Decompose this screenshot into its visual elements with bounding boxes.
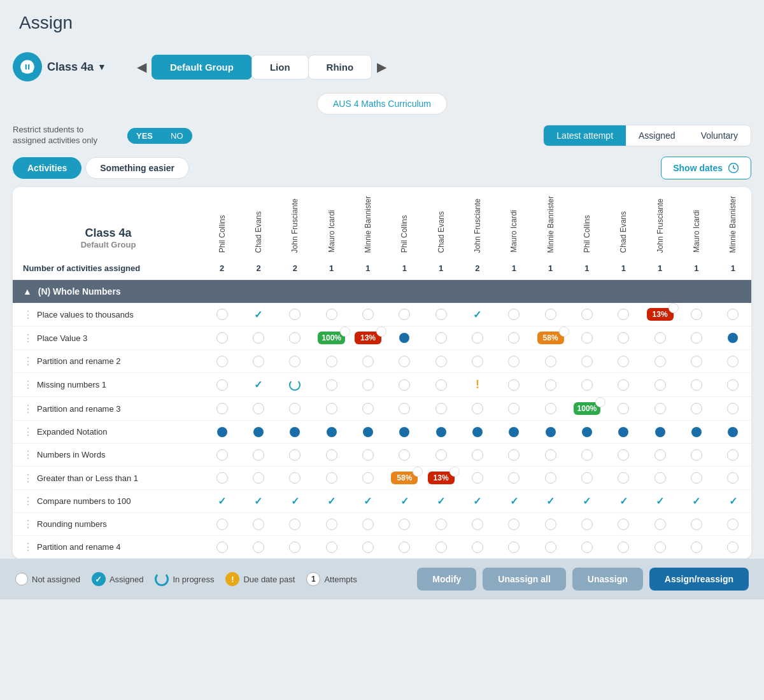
cell-not-assigned[interactable] [581,542,593,553]
cell-not-assigned[interactable] [618,472,629,484]
cell-not-assigned[interactable] [362,472,374,484]
cell-not-assigned[interactable] [727,309,739,320]
cell-not-assigned[interactable] [654,542,666,553]
cell-assigned-dot[interactable] [290,427,300,437]
tab-activities[interactable]: Activities [13,157,81,179]
cell-not-assigned[interactable] [362,542,374,553]
cell-not-assigned[interactable] [435,403,447,414]
cell-not-assigned[interactable] [435,542,447,553]
cell-progress-orange2[interactable]: 58%5 [391,472,418,484]
cell-not-assigned[interactable] [691,309,702,320]
cell-not-assigned[interactable] [472,449,483,461]
activity-menu-icon[interactable]: ⋮ [23,518,33,530]
cell-not-assigned[interactable] [399,542,410,553]
cell-assigned[interactable]: ✓ [583,495,591,507]
cell-not-assigned[interactable] [691,332,702,344]
cell-not-assigned[interactable] [691,403,702,414]
cell-not-assigned[interactable] [654,519,666,530]
tab-voluntary[interactable]: Voluntary [688,125,751,146]
cell-assigned[interactable]: ✓ [400,495,409,507]
cell-not-assigned[interactable] [472,542,483,553]
show-dates-button[interactable]: Show dates [661,157,751,179]
cell-not-assigned[interactable] [289,542,301,553]
activity-menu-icon[interactable]: ⋮ [23,355,33,367]
cell-not-assigned[interactable] [326,403,337,414]
cell-not-assigned[interactable] [581,449,593,461]
cell-not-assigned[interactable] [326,472,337,484]
cell-in-progress[interactable] [289,379,301,391]
cell-not-assigned[interactable] [399,379,410,391]
cell-not-assigned[interactable] [727,356,739,367]
cell-not-assigned[interactable] [618,332,629,344]
cell-assigned[interactable]: ✓ [327,495,336,507]
cell-not-assigned[interactable] [289,309,301,320]
cell-not-assigned[interactable] [581,356,593,367]
cell-not-assigned[interactable] [654,332,666,344]
assign-button[interactable]: Assign/reassign [649,568,749,591]
cell-not-assigned[interactable] [435,519,447,530]
cell-not-assigned[interactable] [326,356,337,367]
cell-not-assigned[interactable] [216,332,228,344]
tab-latest-attempt[interactable]: Latest attempt [544,125,626,146]
cell-not-assigned[interactable] [435,332,447,344]
cell-not-assigned[interactable] [326,542,337,553]
cell-not-assigned[interactable] [472,332,483,344]
cell-not-assigned[interactable] [253,472,264,484]
cell-not-assigned[interactable] [399,403,410,414]
cell-assigned-dot[interactable] [363,427,373,437]
cell-assigned[interactable]: ✓ [656,495,664,507]
cell-assigned[interactable]: ✓ [291,495,299,507]
cell-not-assigned[interactable] [545,403,556,414]
cell-not-assigned[interactable] [326,379,337,391]
cell-not-assigned[interactable] [508,309,520,320]
cell-not-assigned[interactable] [581,519,593,530]
cell-assigned-dot[interactable] [546,427,556,437]
class-selector[interactable]: Class 4a ▼ [47,60,106,74]
activity-menu-icon[interactable]: ⋮ [23,332,33,344]
activity-menu-icon[interactable]: ⋮ [23,426,33,438]
cell-not-assigned[interactable] [435,379,447,391]
cell-assigned[interactable]: ✓ [546,495,555,507]
cell-not-assigned[interactable] [618,519,629,530]
cell-assigned-dot[interactable] [253,427,264,437]
activity-menu-icon[interactable]: ⋮ [23,309,33,321]
cell-not-assigned[interactable] [508,379,520,391]
cell-not-assigned[interactable] [508,356,520,367]
cell-assigned-dot[interactable] [728,427,738,437]
cell-not-assigned[interactable] [581,332,593,344]
cell-not-assigned[interactable] [508,519,520,530]
cell-not-assigned[interactable] [727,379,739,391]
cell-not-assigned[interactable] [545,309,556,320]
cell-assigned-dot[interactable] [691,427,702,437]
cell-assigned[interactable]: ✓ [364,495,372,507]
cell-not-assigned[interactable] [289,332,301,344]
cell-progress-red2[interactable]: 13%3 [428,472,455,484]
cell-not-assigned[interactable] [691,542,702,553]
cell-assigned-dot[interactable] [509,427,519,437]
cell-not-assigned[interactable] [289,519,301,530]
cell-not-assigned[interactable] [472,403,483,414]
cell-not-assigned[interactable] [399,309,410,320]
cell-not-assigned[interactable] [362,309,374,320]
cell-progress-green[interactable]: 100%2 [318,332,345,344]
cell-not-assigned[interactable] [435,356,447,367]
cell-not-assigned[interactable] [253,519,264,530]
cell-not-assigned[interactable] [399,356,410,367]
cell-not-assigned[interactable] [691,519,702,530]
cell-not-assigned[interactable] [253,403,264,414]
cell-not-assigned[interactable] [545,356,556,367]
cell-not-assigned[interactable] [216,403,228,414]
cell-not-assigned[interactable] [727,472,739,484]
cell-not-assigned[interactable] [435,309,447,320]
tab-assigned[interactable]: Assigned [626,125,688,146]
cell-assigned[interactable]: ✓ [473,495,481,507]
cell-assigned[interactable]: ✓ [510,495,518,507]
cell-not-assigned[interactable] [618,309,629,320]
activity-menu-icon[interactable]: ⋮ [23,449,33,461]
activity-menu-icon[interactable]: ⋮ [23,541,33,553]
cell-not-assigned[interactable] [326,309,337,320]
cell-not-assigned[interactable] [216,519,228,530]
cell-assigned-dot[interactable] [436,427,446,437]
cell-not-assigned[interactable] [654,449,666,461]
cell-not-assigned[interactable] [691,356,702,367]
